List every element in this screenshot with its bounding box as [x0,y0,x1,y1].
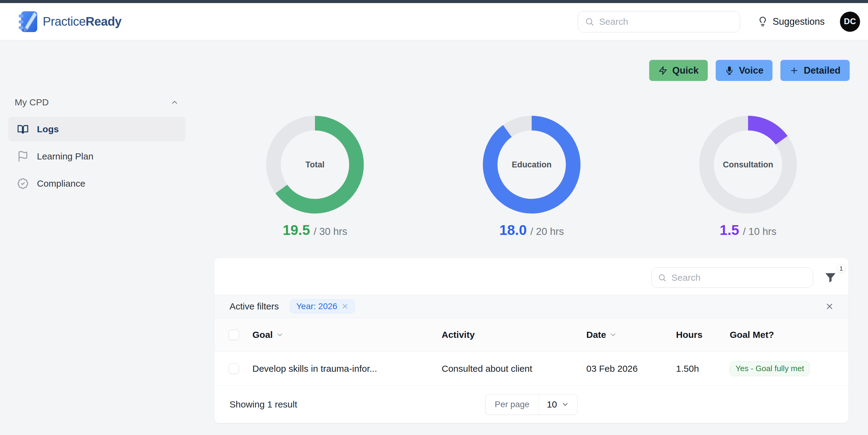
sidebar-item-learning-plan[interactable]: Learning Plan [8,144,186,169]
donut-chart-education: Education [480,113,584,216]
table-search-input[interactable] [672,272,807,283]
column-header-date[interactable]: Date [586,329,617,340]
donut-caption-total: 19.5 / 30 hrs [263,222,367,238]
suggestions-button[interactable]: Suggestions [757,16,825,27]
table-footer: Showing 1 result Per page 10 [214,385,848,423]
brand-logo[interactable]: PracticeReady [18,10,121,33]
per-page-select[interactable]: 10 [539,395,577,414]
per-page-control[interactable]: Per page 10 [485,394,578,415]
donut-value: 18.0 [499,222,527,238]
sort-chevron-icon [609,331,617,339]
sidebar-item-logs[interactable]: Logs [8,117,186,141]
select-all-checkbox[interactable] [228,329,239,340]
column-header-goal-met: Goal Met? [730,329,774,340]
active-filters-label: Active filters [229,301,279,312]
donut-caption-education: 18.0 / 20 hrs [480,222,584,238]
donut-value: 19.5 [283,222,310,238]
donut-center-label: Total [263,113,367,216]
column-header-hours: Hours [676,329,703,340]
quick-label: Quick [672,65,699,76]
column-header-activity: Activity [442,329,474,340]
filter-button[interactable] [824,271,837,284]
cell-goal: Develop skills in trauma-infor... [252,364,377,374]
sort-chevron-icon [276,331,284,339]
column-header-goal[interactable]: Goal [252,329,284,340]
detailed-log-button[interactable]: Detailed [780,60,850,81]
per-page-label: Per page [486,395,539,414]
sidebar-item-compliance[interactable]: Compliance [8,171,186,196]
filter-chip-year[interactable]: Year: 2026 ✕ [290,299,355,313]
clear-filters-button[interactable] [825,302,834,311]
search-icon [658,273,666,283]
quick-log-button[interactable]: Quick [649,60,708,81]
row-checkbox[interactable] [228,364,239,374]
chevron-down-icon [561,401,569,408]
global-search-input[interactable] [599,17,733,27]
table-header-row: Goal Activity Date Hours Goal Met? [214,318,848,352]
donut-value: 1.5 [720,222,739,238]
voice-label: Voice [739,65,763,76]
suggestions-label: Suggestions [772,16,825,27]
close-icon [825,302,834,311]
table-search[interactable] [651,267,813,288]
filter-count-badge: 1 [837,264,846,273]
cell-hours: 1.50h [676,364,699,374]
active-filters-row: Active filters Year: 2026 ✕ [214,295,848,318]
log-action-buttons: Quick Voice Detailed [649,60,850,81]
microphone-icon [725,66,734,75]
sidebar-item-label: Compliance [37,178,85,189]
filter-chip-label: Year: 2026 [296,301,337,311]
table-row[interactable]: Develop skills in trauma-infor... Consul… [214,352,848,385]
lightning-icon [658,66,668,75]
donut-center-label: Consultation [696,113,800,216]
cell-date: 03 Feb 2026 [586,364,638,374]
goal-met-badge: Yes - Goal fully met [730,361,810,376]
chevron-up-icon [170,98,179,107]
lightbulb-icon [757,16,768,27]
donut-max: / 20 hrs [530,226,564,237]
donut-max: / 10 hrs [743,226,776,237]
badge-check-icon [17,177,29,190]
donut-chart-total: Total [263,113,367,216]
flag-icon [17,150,29,163]
donut-max: / 30 hrs [314,226,347,237]
funnel-icon [824,271,837,284]
search-icon [585,17,594,27]
detailed-label: Detailed [804,65,840,76]
sidebar-section-label: My CPD [14,97,49,108]
chip-remove-icon[interactable]: ✕ [342,302,348,310]
donut-chart-consultation: Consultation [696,113,800,216]
donut-caption-consultation: 1.5 / 10 hrs [696,222,800,238]
app-header: PracticeReady Suggestions DC [0,3,868,40]
sidebar-nav: Logs Learning Plan Compliance [8,117,186,196]
user-avatar[interactable]: DC [840,11,860,32]
results-count: Showing 1 result [229,399,297,410]
brand-name: PracticeReady [43,14,121,28]
top-accent-strip [0,0,868,3]
donut-center-label: Education [480,113,584,216]
notebook-pen-logo-icon [18,10,38,33]
sidebar-section-my-cpd[interactable]: My CPD [14,97,179,108]
voice-log-button[interactable]: Voice [716,60,772,81]
sidebar-item-label: Logs [37,124,59,135]
table-toolbar: 1 [214,258,848,295]
cell-activity: Consulted about client [442,364,532,374]
sidebar-item-label: Learning Plan [37,151,93,162]
cell-goal-met: Yes - Goal fully met [730,361,810,376]
open-book-icon [17,123,29,135]
global-search[interactable] [578,11,740,32]
cpd-logs-card: 1 Active filters Year: 2026 ✕ Goal Activ… [214,258,848,423]
plus-icon [789,66,799,75]
